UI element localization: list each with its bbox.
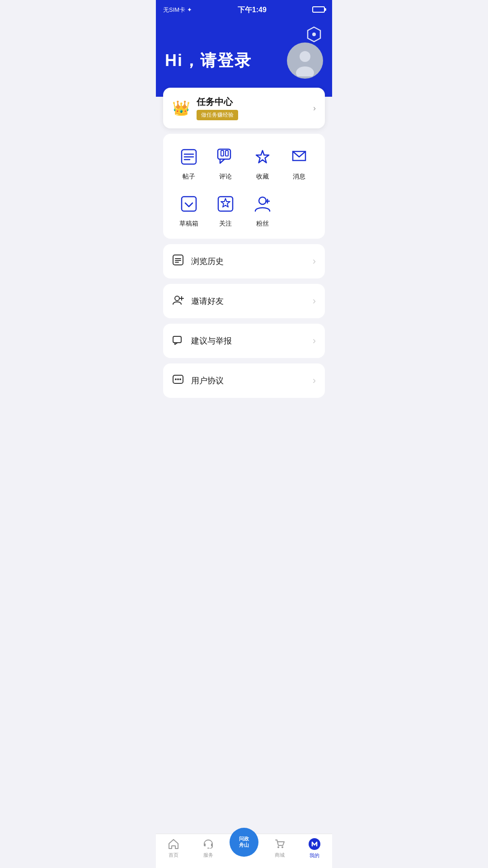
svg-rect-12 [182, 197, 196, 211]
home-icon [168, 838, 179, 850]
task-title: 任务中心 [197, 96, 238, 108]
shop-icon [274, 838, 286, 850]
fans-label: 粉丝 [256, 220, 269, 228]
posts-icon-item[interactable]: 帖子 [173, 145, 205, 181]
settings-button[interactable] [305, 25, 323, 43]
drafts-icon [177, 192, 201, 216]
drafts-icon-item[interactable]: 草稿箱 [173, 192, 205, 228]
following-label: 关注 [219, 220, 232, 228]
svg-point-27 [177, 378, 179, 380]
user-agreement-label: 用户协议 [191, 375, 224, 386]
svg-point-3 [300, 51, 310, 62]
service-icon [202, 838, 214, 850]
feedback-icon [172, 334, 184, 348]
tab-home[interactable]: 首页 [156, 838, 191, 859]
svg-point-26 [175, 378, 177, 380]
messages-label: 消息 [293, 173, 305, 181]
task-text-area: 任务中心 做任务赚经验 [197, 96, 238, 120]
user-agreement-icon [172, 373, 184, 388]
browse-history-item[interactable]: 浏览历史 › [163, 244, 325, 278]
task-chevron-icon: › [313, 104, 316, 113]
battery-icon [312, 6, 325, 14]
invite-friends-item[interactable]: 邀请好友 › [163, 284, 325, 318]
invite-friends-icon [172, 294, 184, 308]
svg-rect-11 [225, 151, 228, 156]
user-agreement-left: 用户协议 [172, 373, 224, 388]
invite-friends-chevron: › [313, 295, 316, 307]
feedback-left: 建议与举报 [172, 334, 232, 348]
comments-label: 评论 [219, 173, 232, 181]
fans-icon [250, 192, 275, 216]
favorites-icon [250, 145, 275, 169]
crown-icon: 👑 [172, 99, 190, 117]
greeting-text[interactable]: Hi，请登录 [165, 50, 252, 72]
task-badge: 做任务赚经验 [197, 110, 238, 120]
icons-row-1: 帖子 评论 收藏 [170, 145, 318, 181]
center-button-label: 问政舟山 [239, 836, 249, 848]
no-sim-text: 无SIM卡 ✦ [163, 6, 192, 14]
invite-friends-left: 邀请好友 [172, 294, 224, 308]
menu-section: 浏览历史 › 邀请好友 › [163, 244, 325, 398]
shop-label: 商城 [275, 852, 285, 859]
drafts-label: 草稿箱 [179, 220, 198, 228]
icons-card: 帖子 评论 收藏 [163, 134, 325, 239]
home-label: 首页 [169, 852, 178, 859]
status-right [312, 6, 325, 14]
icons-row-2: 草稿箱 关注 粉丝 [170, 192, 318, 228]
fans-icon-item[interactable]: 粉丝 [247, 192, 278, 228]
center-button[interactable]: 问政舟山 [230, 828, 258, 857]
header-area: Hi，请登录 [156, 20, 332, 97]
mine-icon [308, 838, 321, 850]
tab-mine[interactable]: 我的 [297, 838, 333, 859]
messages-icon-item[interactable]: 消息 [283, 145, 315, 181]
header-content: Hi，请登录 [165, 42, 323, 79]
avatar[interactable] [287, 42, 323, 79]
tab-center[interactable]: 问政舟山 [226, 840, 262, 857]
favorites-label: 收藏 [256, 173, 269, 181]
browse-history-left: 浏览历史 [172, 254, 224, 269]
svg-point-28 [179, 378, 181, 380]
feedback-chevron: › [313, 335, 316, 347]
feedback-item[interactable]: 建议与举报 › [163, 324, 325, 358]
tab-service[interactable]: 服务 [191, 838, 226, 859]
svg-point-21 [175, 296, 179, 301]
posts-label: 帖子 [183, 173, 195, 181]
svg-rect-10 [221, 151, 224, 156]
browse-history-label: 浏览历史 [191, 256, 224, 267]
mine-label: 我的 [310, 852, 319, 859]
following-icon [213, 192, 238, 216]
tab-bar: 首页 服务 问政舟山 商城 我的 [156, 834, 332, 868]
messages-icon [287, 145, 311, 169]
browse-history-icon [172, 254, 184, 269]
user-agreement-item[interactable]: 用户协议 › [163, 363, 325, 398]
following-icon-item[interactable]: 关注 [210, 192, 241, 228]
invite-friends-label: 邀请好友 [191, 296, 224, 307]
feedback-label: 建议与举报 [191, 335, 232, 346]
task-center-card[interactable]: 👑 任务中心 做任务赚经验 › [163, 88, 325, 128]
tab-shop[interactable]: 商城 [262, 838, 297, 859]
browse-history-chevron: › [313, 255, 316, 267]
svg-rect-24 [173, 336, 181, 343]
status-left: 无SIM卡 ✦ [163, 6, 192, 14]
svg-point-31 [309, 838, 320, 850]
status-bar: 无SIM卡 ✦ 下午1:49 [156, 0, 332, 20]
comments-icon-item[interactable]: 评论 [210, 145, 241, 181]
posts-icon [177, 145, 201, 169]
svg-point-1 [312, 33, 316, 36]
svg-point-30 [282, 846, 283, 848]
favorites-icon-item[interactable]: 收藏 [247, 145, 278, 181]
task-left: 👑 任务中心 做任务赚经验 [172, 96, 238, 120]
comments-icon [213, 145, 238, 169]
user-agreement-chevron: › [313, 375, 316, 387]
svg-point-29 [277, 846, 279, 848]
svg-point-14 [259, 197, 266, 204]
status-time: 下午1:49 [238, 5, 267, 15]
service-label: 服务 [203, 852, 213, 859]
